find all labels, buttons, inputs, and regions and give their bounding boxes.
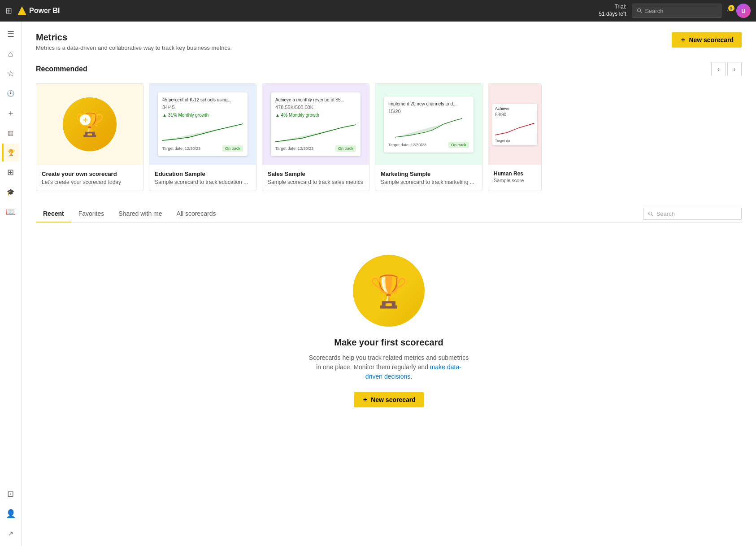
sales-card-label: Sales Sample Sample scorecard to track s… bbox=[262, 165, 369, 191]
notification-bell-icon[interactable]: ··· 2 bbox=[727, 7, 733, 15]
sales-card-desc: Sample scorecard to track sales metrics bbox=[268, 179, 364, 185]
sales-status-badge: On track bbox=[335, 145, 356, 152]
sidebar-item-metrics[interactable]: 🏆 bbox=[2, 144, 20, 162]
empty-state-title: Make your first scorecard bbox=[334, 337, 443, 348]
sales-chart bbox=[275, 120, 356, 143]
carousel-next-button[interactable]: › bbox=[727, 62, 742, 76]
hr-scorecard-mini: Achieve 88/90 Target da bbox=[492, 104, 537, 145]
sales-sample-card[interactable]: Achieve a monthly revenue of $5... 478.5… bbox=[262, 83, 369, 191]
trial-info: Trial: 51 days left bbox=[599, 4, 626, 17]
mkt-metric-value: 15/20 bbox=[388, 109, 469, 114]
sidebar-item-recent[interactable]: 🕐 bbox=[2, 84, 20, 102]
create-card-label: Create your own scorecard Let's create y… bbox=[36, 165, 143, 191]
sidebar-item-apps[interactable]: ▦ bbox=[2, 124, 20, 142]
main-content: Metrics Metrics is a data-driven and col… bbox=[22, 22, 756, 546]
sidebar-item-profile[interactable]: 👤 bbox=[2, 505, 20, 523]
marketing-sample-card[interactable]: Implement 20 new channels to d... 15/20 … bbox=[375, 83, 482, 191]
sales-metric-title: Achieve a monthly revenue of $5... bbox=[275, 97, 356, 103]
scorecards-tabs-row: Recent Favorites Shared with me All scor… bbox=[36, 205, 742, 223]
sidebar-item-dashboards[interactable]: ⊞ bbox=[2, 163, 20, 181]
create-card-title: Create your own scorecard bbox=[42, 170, 138, 177]
hr-target-date: Target da bbox=[495, 139, 534, 143]
page-subtitle: Metrics is a data-driven and collaborati… bbox=[36, 44, 232, 51]
global-search-input[interactable] bbox=[645, 8, 716, 14]
empty-trophy-icon: 🏆 bbox=[369, 272, 409, 310]
edu-chart bbox=[162, 120, 243, 143]
edu-card-title: Education Sample bbox=[155, 170, 251, 177]
empty-state-new-scorecard-button[interactable]: ＋ New scorecard bbox=[354, 392, 424, 407]
tab-recent[interactable]: Recent bbox=[36, 205, 71, 223]
page-header: Metrics Metrics is a data-driven and col… bbox=[36, 32, 742, 51]
sidebar-item-workspace[interactable]: ⊡ bbox=[2, 485, 20, 503]
scorecards-search-box[interactable] bbox=[643, 208, 742, 220]
tabs-search-icon bbox=[648, 211, 654, 217]
edu-footer: Target date: 12/30/23 On track bbox=[162, 145, 243, 152]
sidebar-item-create[interactable]: ＋ bbox=[2, 104, 20, 122]
sidebar-item-external[interactable]: ↗ bbox=[2, 524, 20, 542]
recommended-section-header: Recommended ‹ › bbox=[36, 62, 742, 76]
edu-status-badge: On track bbox=[222, 145, 243, 152]
make-data-driven-link[interactable]: make data-driven decisions. bbox=[365, 363, 461, 380]
new-scorecard-button[interactable]: ＋ New scorecard bbox=[672, 32, 742, 48]
mkt-target-date: Target date: 12/30/23 bbox=[388, 143, 426, 147]
carousel-nav: ‹ › bbox=[711, 62, 742, 76]
svg-point-6 bbox=[649, 212, 652, 215]
recommended-cards-row: ✦ ✦ 🏆 ＋ Create your own scorecard Let's … bbox=[36, 83, 742, 191]
sidebar-item-learn[interactable]: 🎓 bbox=[2, 183, 20, 201]
hr-metric-value: 88/90 bbox=[495, 112, 534, 117]
create-scorecard-card[interactable]: ✦ ✦ 🏆 ＋ Create your own scorecard Let's … bbox=[36, 83, 143, 191]
mkt-status-badge: On track bbox=[448, 142, 469, 148]
sales-target-date: Target date: 12/30/23 bbox=[275, 146, 313, 151]
sparkle-icon: ✦ bbox=[66, 101, 72, 108]
hr-sample-card[interactable]: Achieve 88/90 Target da Human Res Sam bbox=[488, 83, 542, 191]
create-card-image: ✦ ✦ 🏆 ＋ bbox=[36, 84, 143, 165]
edu-card-desc: Sample scorecard to track education ... bbox=[155, 179, 251, 185]
svg-line-7 bbox=[652, 214, 653, 216]
mkt-chart bbox=[388, 117, 469, 139]
sidebar-item-home[interactable]: ⌂ bbox=[2, 45, 20, 63]
sales-footer: Target date: 12/30/23 On track bbox=[275, 145, 356, 152]
recommended-title: Recommended bbox=[36, 65, 87, 73]
mkt-metric-title: Implement 20 new channels to d... bbox=[388, 101, 469, 107]
create-trophy-circle: ✦ ✦ 🏆 ＋ bbox=[63, 97, 117, 151]
tab-all-scorecards[interactable]: All scorecards bbox=[169, 205, 223, 223]
sales-growth: ▲ 4% Monthly growth bbox=[275, 113, 356, 118]
powerbi-logo-icon bbox=[17, 6, 26, 15]
create-card-desc: Let's create your scorecard today bbox=[42, 179, 138, 185]
notification-badge: 2 bbox=[728, 5, 734, 11]
top-navigation: ⊞ Power BI Trial: 51 days left ··· 2 U bbox=[0, 0, 756, 22]
mkt-scorecard-mini: Implement 20 new channels to d... 15/20 … bbox=[384, 96, 474, 153]
mkt-card-title: Marketing Sample bbox=[381, 170, 477, 177]
empty-state: ✦ ✦ 🏆 Make your first scorecard Scorecar… bbox=[36, 237, 742, 425]
plus-icon: ＋ bbox=[680, 36, 686, 44]
global-search-box[interactable] bbox=[632, 4, 721, 18]
sidebar: ☰ ⌂ ☆ 🕐 ＋ ▦ 🏆 ⊞ 🎓 📖 ⊡ 👤 ↗ bbox=[0, 22, 22, 546]
carousel-prev-button[interactable]: ‹ bbox=[711, 62, 726, 76]
tab-favorites[interactable]: Favorites bbox=[71, 205, 112, 223]
education-sample-card[interactable]: 45 percent of K-12 schools using... 34/4… bbox=[149, 83, 256, 191]
hr-chart bbox=[495, 119, 534, 137]
new-scorecard-label: New scorecard bbox=[689, 36, 734, 44]
edu-card-image: 45 percent of K-12 schools using... 34/4… bbox=[149, 84, 256, 165]
sparkle-icon-sm: ✦ bbox=[109, 105, 113, 109]
edu-metric-title: 45 percent of K-12 schools using... bbox=[162, 97, 243, 103]
mkt-card-label: Marketing Sample Sample scorecard to tra… bbox=[375, 165, 482, 191]
waffle-menu-icon[interactable]: ⊞ bbox=[5, 6, 12, 16]
tab-shared-with-me[interactable]: Shared with me bbox=[111, 205, 169, 223]
trial-line1: Trial: bbox=[599, 4, 626, 11]
sidebar-item-menu[interactable]: ☰ bbox=[2, 25, 20, 43]
user-avatar[interactable]: U bbox=[736, 4, 751, 18]
hr-card-desc: Sample score bbox=[494, 178, 536, 183]
sidebar-item-book[interactable]: 📖 bbox=[2, 203, 20, 221]
app-name: Power BI bbox=[29, 7, 60, 15]
app-logo: Power BI bbox=[17, 6, 60, 15]
edu-target-date: Target date: 12/30/23 bbox=[162, 146, 200, 151]
empty-sparkle-tl: ✦ bbox=[358, 260, 364, 269]
empty-state-trophy-circle: ✦ ✦ 🏆 bbox=[353, 255, 425, 327]
scorecards-search-input[interactable] bbox=[656, 210, 737, 217]
hr-card-title: Human Res bbox=[494, 170, 536, 177]
sidebar-item-favorites[interactable]: ☆ bbox=[2, 65, 20, 83]
edu-scorecard-mini: 45 percent of K-12 schools using... 34/4… bbox=[158, 92, 248, 156]
mkt-footer: Target date: 12/30/23 On track bbox=[388, 142, 469, 148]
empty-state-plus-icon: ＋ bbox=[362, 396, 368, 404]
